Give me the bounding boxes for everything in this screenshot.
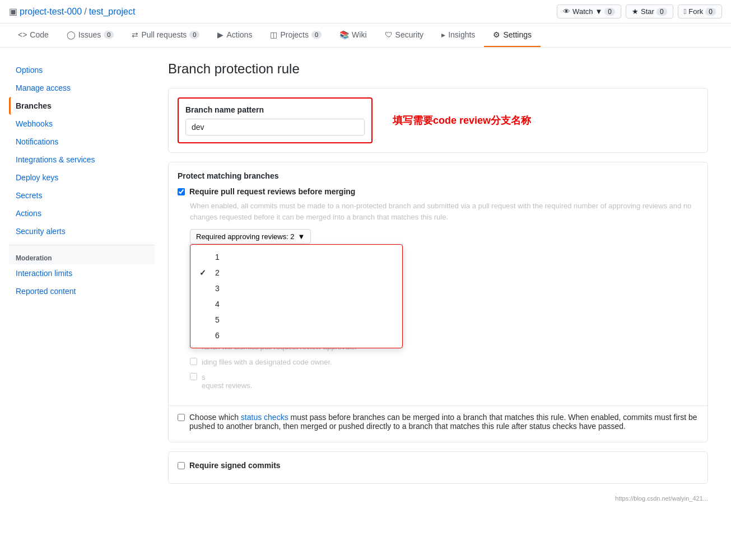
- security-icon: 🛡: [385, 30, 393, 39]
- branch-name-input[interactable]: [185, 119, 365, 136]
- require-pr-row: Require pull request reviews before merg…: [178, 187, 699, 196]
- sidebar-item-options[interactable]: Options: [9, 61, 155, 79]
- tab-settings[interactable]: ⚙ Settings: [484, 24, 541, 47]
- tab-wiki[interactable]: 📚 Wiki: [330, 24, 375, 47]
- branch-name-label: Branch name pattern: [185, 105, 365, 114]
- dropdown-value-5: 5: [215, 315, 220, 324]
- tab-projects[interactable]: ◫ Projects 0: [261, 24, 330, 47]
- restrict-dismissals-description: s: [202, 373, 252, 381]
- required-reviews-dropdown[interactable]: Required approving reviews: 2 ▼: [190, 229, 311, 244]
- actions-icon: ▶: [217, 30, 224, 39]
- main-content: Branch protection rule Branch name patte…: [168, 61, 708, 504]
- fork-count: 0: [705, 8, 716, 16]
- sidebar-item-reported-content[interactable]: Reported content: [9, 282, 155, 300]
- sidebar-item-webhooks[interactable]: Webhooks: [9, 115, 155, 133]
- dropdown-label: Required approving reviews: 2: [196, 232, 295, 241]
- dropdown-value-4: 4: [215, 300, 220, 309]
- dropdown-menu-inner: 1 ✓ 2 3 4: [190, 245, 402, 348]
- eye-icon: 👁: [563, 7, 570, 16]
- sidebar: Options Manage access Branches Webhooks …: [9, 61, 155, 504]
- require-signed-inner: Require signed commits: [169, 452, 707, 483]
- require-pr-label: Require pull request reviews before merg…: [189, 187, 355, 196]
- nav-tabs: <> Code ◯ Issues 0 ⇄ Pull requests 0 ▶ A…: [0, 24, 731, 48]
- check-icon-2: ✓: [199, 268, 208, 277]
- tab-code[interactable]: <> Code: [9, 24, 58, 47]
- status-checks-link[interactable]: status checks: [241, 413, 288, 422]
- repo-owner-link[interactable]: project-test-000: [20, 7, 82, 17]
- tab-actions[interactable]: ▶ Actions: [208, 24, 261, 47]
- top-actions: 👁 Watch ▼ 0 ★ Star 0  Fork 0: [557, 4, 722, 18]
- sidebar-item-actions-settings[interactable]: Actions: [9, 204, 155, 222]
- code-owner-row: iding files with a designated code owner…: [190, 358, 699, 366]
- star-count: 0: [656, 8, 667, 16]
- tab-security[interactable]: 🛡 Security: [376, 24, 433, 47]
- require-signed-row: Require signed commits: [178, 461, 699, 470]
- check-icon-5: [199, 315, 208, 324]
- dropdown-container: Required approving reviews: 2 ▼ 1 ✓: [190, 229, 699, 244]
- dropdown-item-4[interactable]: 4: [190, 296, 402, 312]
- insights-icon: ▸: [441, 30, 445, 39]
- watch-dropdown-icon: ▼: [595, 7, 602, 16]
- dropdown-item-6[interactable]: 6: [190, 328, 402, 343]
- require-code-owner-checkbox[interactable]: [190, 358, 197, 365]
- branch-name-inner: Branch name pattern 填写需要code review分支名称: [169, 88, 707, 152]
- require-pr-checkbox[interactable]: [178, 188, 185, 195]
- check-icon-3: [199, 284, 208, 293]
- repo-name-link[interactable]: test_project: [89, 7, 136, 17]
- branch-name-highlight: Branch name pattern: [178, 97, 373, 143]
- check-icon-6: [199, 331, 208, 340]
- check-icon-1: [199, 253, 208, 262]
- require-pr-description: When enabled, all commits must be made t…: [190, 200, 699, 222]
- branch-name-section: Branch name pattern 填写需要code review分支名称: [168, 88, 708, 153]
- repo-icon: ▣: [9, 6, 17, 17]
- status-checks-section: Choose which status checks must pass bef…: [169, 405, 707, 442]
- dropdown-item-3[interactable]: 3: [190, 281, 402, 296]
- sidebar-item-integrations[interactable]: Integrations & services: [9, 151, 155, 169]
- top-bar: ▣ project-test-000 / test_project 👁 Watc…: [0, 0, 731, 24]
- projects-icon: ◫: [270, 30, 277, 39]
- dropdown-value-2: 2: [215, 268, 220, 277]
- sidebar-item-interaction-limits[interactable]: Interaction limits: [9, 264, 155, 282]
- watch-label: Watch: [572, 7, 593, 16]
- watch-button[interactable]: 👁 Watch ▼ 0: [557, 4, 621, 18]
- protect-title: Protect matching branches: [178, 171, 699, 180]
- sidebar-item-notifications[interactable]: Notifications: [9, 133, 155, 151]
- fork-button[interactable]:  Fork 0: [678, 4, 722, 18]
- wiki-icon: 📚: [339, 30, 349, 39]
- status-checks-checkbox-row: Choose which status checks must pass bef…: [178, 413, 699, 431]
- sidebar-item-branches[interactable]: Branches: [9, 97, 155, 115]
- settings-icon: ⚙: [493, 30, 500, 39]
- restrict-dismissals-checkbox[interactable]: [190, 373, 197, 380]
- sidebar-item-deploy-keys[interactable]: Deploy keys: [9, 169, 155, 186]
- sidebar-item-secrets[interactable]: Secrets: [9, 186, 155, 204]
- status-checks-text: Choose which status checks must pass bef…: [189, 413, 699, 431]
- protect-section-inner: Protect matching branches Require pull r…: [169, 162, 707, 405]
- star-label: Star: [641, 7, 654, 16]
- main-layout: Options Manage access Branches Webhooks …: [0, 48, 717, 517]
- tab-insights[interactable]: ▸ Insights: [432, 24, 484, 47]
- dropdown-chevron-icon: ▼: [298, 232, 305, 241]
- status-checks-checkbox[interactable]: [178, 414, 185, 421]
- dropdown-item-2[interactable]: ✓ 2: [190, 265, 402, 281]
- tab-issues[interactable]: ◯ Issues 0: [58, 24, 123, 47]
- restrict-description-2: equest reviews.: [202, 381, 252, 390]
- require-signed-checkbox[interactable]: [178, 462, 185, 469]
- restrict-dismissals-row: s equest reviews.: [190, 373, 699, 390]
- watch-count: 0: [604, 8, 615, 16]
- repo-separator: /: [84, 7, 86, 17]
- dropdown-item-5[interactable]: 5: [190, 312, 402, 328]
- require-signed-label: Require signed commits: [189, 461, 281, 470]
- sidebar-item-manage-access[interactable]: Manage access: [9, 79, 155, 97]
- code-icon: <>: [18, 30, 27, 39]
- fork-icon: : [684, 7, 687, 16]
- protect-section: Protect matching branches Require pull r…: [168, 162, 708, 442]
- star-button[interactable]: ★ Star 0: [626, 4, 673, 18]
- issues-icon: ◯: [67, 30, 76, 39]
- dropdown-item-1[interactable]: 1: [190, 249, 402, 265]
- dropdown-value-6: 6: [215, 331, 220, 340]
- sidebar-item-security-alerts[interactable]: Security alerts: [9, 222, 155, 240]
- tab-pull-requests[interactable]: ⇄ Pull requests 0: [123, 24, 208, 47]
- dropdown-menu: 1 ✓ 2 3 4: [190, 244, 403, 348]
- pr-icon: ⇄: [132, 30, 138, 39]
- dropdown-value-1: 1: [215, 253, 220, 262]
